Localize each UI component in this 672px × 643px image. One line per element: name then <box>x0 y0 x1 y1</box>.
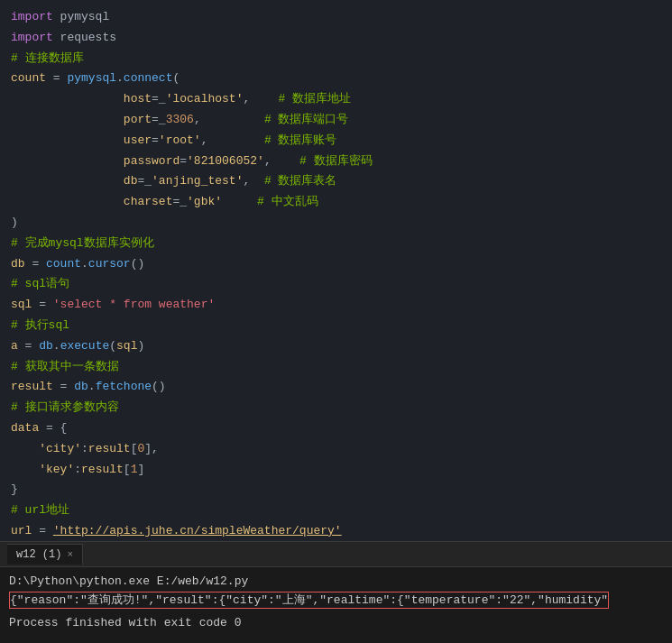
code-line-17: a = db.execute(sql) <box>0 336 672 357</box>
code-line-12: # 完成mysql数据库实例化 <box>0 234 672 254</box>
result-highlighted: {"reason":"查询成功!","result":{"city":"上海",… <box>9 592 609 609</box>
code-line-21: data = { <box>0 418 672 439</box>
code-line-4: count = pymysql.connect( <box>0 69 672 89</box>
terminal-tab-label: w12 (1) <box>16 548 61 561</box>
terminal-line-2: {"reason":"查询成功!","result":{"city":"上海",… <box>9 592 663 611</box>
code-line-25: # url地址 <box>0 501 672 521</box>
code-line-1: import pymysql <box>0 7 672 28</box>
code-line-22: 'city':result[0], <box>0 439 672 460</box>
code-line-10: charset=_'gbk' # 中文乱码 <box>0 192 672 213</box>
code-line-26: url = 'http://apis.juhe.cn/simpleWeather… <box>0 521 672 541</box>
code-line-19: result = db.fetchone() <box>0 377 672 398</box>
code-line-11: ) <box>0 213 672 234</box>
code-editor: import pymysql import requests # 连接数据库 c… <box>0 0 672 541</box>
code-line-13: db = count.cursor() <box>0 254 672 275</box>
code-line-5: host=_'localhost', # 数据库地址 <box>0 89 672 110</box>
terminal-line-1: D:\Python\python.exe E:/web/w12.py <box>9 573 663 592</box>
code-line-23: 'key':result[1] <box>0 460 672 481</box>
close-icon[interactable]: × <box>67 549 73 560</box>
code-line-6: port=_3306, # 数据库端口号 <box>0 110 672 131</box>
terminal-tab-bar: w12 (1) × <box>0 542 672 567</box>
code-line-16: # 执行sql <box>0 316 672 336</box>
code-line-15: sql = 'select * from weather' <box>0 295 672 316</box>
code-line-3: # 连接数据库 <box>0 49 672 69</box>
terminal-panel: w12 (1) × D:\Python\python.exe E:/web/w1… <box>0 541 672 643</box>
code-line-14: # sql语句 <box>0 274 672 295</box>
terminal-line-3: Process finished with exit code 0 <box>9 614 663 633</box>
code-line-2: import requests <box>0 28 672 49</box>
code-line-18: # 获取其中一条数据 <box>0 357 672 378</box>
code-line-9: db=_'anjing_test', # 数据库表名 <box>0 171 672 192</box>
terminal-tab-w12[interactable]: w12 (1) × <box>7 544 83 565</box>
code-line-8: password='821006052', # 数据库密码 <box>0 152 672 172</box>
code-line-24: } <box>0 480 672 501</box>
terminal-content: D:\Python\python.exe E:/web/w12.py {"rea… <box>0 567 672 638</box>
code-line-7: user='root', # 数据库账号 <box>0 131 672 152</box>
code-line-20: # 接口请求参数内容 <box>0 398 672 418</box>
